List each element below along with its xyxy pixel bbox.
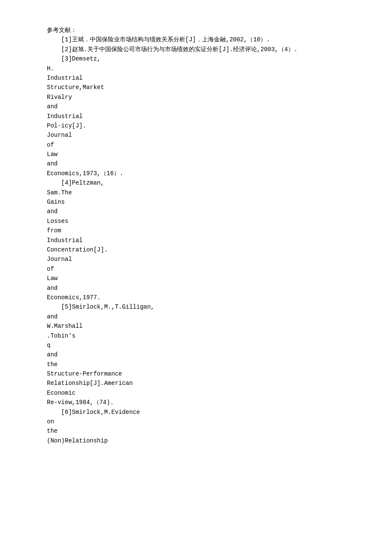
- text-line: Economic: [47, 388, 366, 398]
- text-line: [6]Smirlock,M.Evidence: [47, 408, 366, 417]
- text-line: Journal: [47, 254, 366, 264]
- text-line: W.Marshall: [47, 321, 366, 331]
- text-line: [1]王斌．中国保险业市场结构与绩效关系分析[J]．上海金融,2002,（10）…: [47, 35, 366, 44]
- text-line: Rivalry: [47, 92, 366, 102]
- text-line: and: [47, 159, 366, 168]
- text-line: (Non)Relationship: [47, 436, 366, 445]
- text-line: Sam.The: [47, 188, 366, 197]
- text-line: the: [47, 360, 366, 369]
- text-line: Economics,1977.: [47, 293, 366, 302]
- text-line: H.: [47, 64, 366, 73]
- text-line: from: [47, 226, 366, 235]
- main-content: 参考文献： [1]王斌．中国保险业市场结构与绩效关系分析[J]．上海金融,200…: [0, 26, 392, 445]
- text-line: Industrial: [47, 112, 366, 121]
- text-line: [2]赵旭.关于中国保险公司市场行为与市场绩效的实证分析[J].经济评论,200…: [47, 45, 366, 54]
- text-line: Law: [47, 150, 366, 159]
- text-line: Industrial: [47, 73, 366, 83]
- text-line: [4]Peltzman,: [47, 178, 366, 188]
- text-line: Structure,Market: [47, 83, 366, 92]
- text-line: 参考文献：: [47, 26, 366, 35]
- text-line: Pol-icy[J].: [47, 121, 366, 130]
- text-line: the: [47, 426, 366, 436]
- text-line: and: [47, 102, 366, 111]
- text-line: Economics,1973,（16）.: [47, 169, 366, 178]
- text-line: Relationship[J].American: [47, 379, 366, 388]
- text-line: Industrial: [47, 236, 366, 245]
- text-line: Losses: [47, 217, 366, 226]
- text-line: q: [47, 341, 366, 350]
- text-line: Re-view,1984,（74).: [47, 398, 366, 407]
- text-line: and: [47, 312, 366, 321]
- text-line: [5]Smirlock,M.,T.Gilligan,: [47, 302, 366, 312]
- text-line: Journal: [47, 130, 366, 140]
- text-line: [3]Demsetz,: [47, 54, 366, 64]
- text-line: on: [47, 417, 366, 426]
- text-line: of: [47, 140, 366, 150]
- text-line: Concentration[J].: [47, 245, 366, 254]
- text-line: and: [47, 350, 366, 359]
- text-line: Gains: [47, 197, 366, 207]
- text-line: .Tobin's: [47, 331, 366, 341]
- text-line: Structure-Performance: [47, 369, 366, 379]
- text-line: and: [47, 283, 366, 293]
- text-line: of: [47, 264, 366, 274]
- text-line: Law: [47, 274, 366, 283]
- text-line: and: [47, 207, 366, 216]
